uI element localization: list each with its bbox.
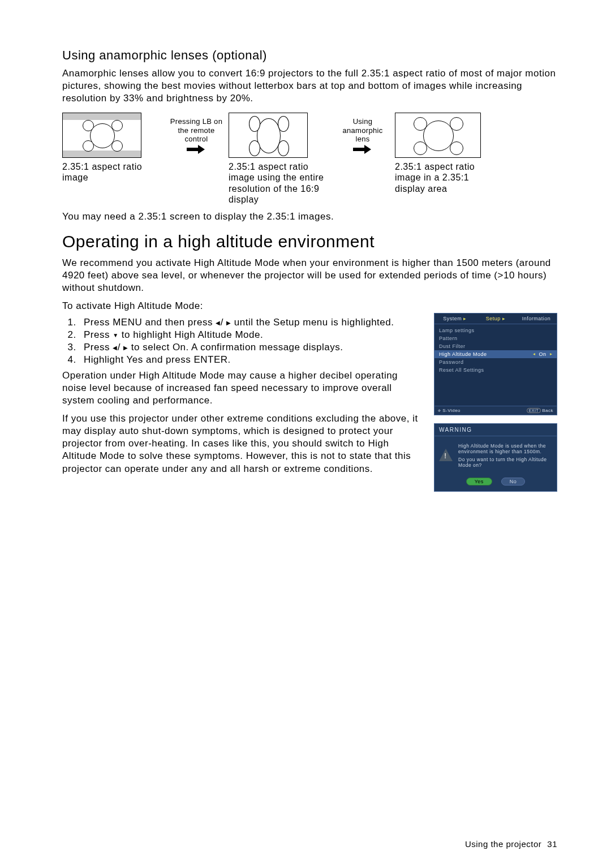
osd-row-lamp: Lamp settings <box>434 326 557 334</box>
diagram-1: 2.35:1 aspect ratio image <box>62 113 164 183</box>
osd-right-arrow-icon: ▸ <box>550 351 553 356</box>
transition1-text: Pressing LB on the remote control <box>169 117 224 144</box>
diagram-3: 2.35:1 aspect ratio image in a 2.35:1 di… <box>395 113 497 194</box>
osd-menu: System ▸ Setup ▸ Information Lamp settin… <box>434 313 557 415</box>
osd-tab-information: Information <box>516 313 557 324</box>
osd-row-password: Password <box>434 358 557 366</box>
transition-2: Using anamorphic lens <box>335 113 390 153</box>
footer-label: Using the projector <box>465 839 541 849</box>
section2-intro: To activate High Altitude Mode: <box>62 300 557 312</box>
transition-1: Pressing LB on the remote control <box>169 113 224 153</box>
transition2-text: Using anamorphic lens <box>335 117 390 144</box>
osd-row-dust: Dust Filter <box>434 342 557 350</box>
osd-row-high-altitude: High Altitude Mode ◂On▸ <box>434 350 557 358</box>
after-note-2: If you use this projector under other ex… <box>62 412 423 475</box>
section1-paragraph: Anamorphic lenses allow you to convert 1… <box>62 67 557 105</box>
aspect-diagram-row: 2.35:1 aspect ratio image Pressing LB on… <box>62 113 557 205</box>
step-2: Press ▼ to highlight High Altitude Mode. <box>79 329 423 341</box>
warning-icon <box>439 449 454 463</box>
osd-footer-back: EXITBack <box>527 408 553 413</box>
page-footer: Using the projector31 <box>465 839 557 849</box>
page-number: 31 <box>547 839 557 849</box>
arrow-icon <box>353 146 372 153</box>
warning-no-button: No <box>501 478 526 485</box>
instruction-list: Press MENU and then press ◀/ ▶ until the… <box>79 316 423 366</box>
osd-tab-setup: Setup ▸ <box>475 313 516 324</box>
aspect-box-169-letterbox <box>62 113 141 158</box>
osd-row-reset: Reset All Settings <box>434 366 557 374</box>
warning-title: WARNING <box>434 424 557 436</box>
right-arrow-icon: ▶ <box>123 344 128 351</box>
aspect-box-235 <box>395 113 481 158</box>
step-3: Press ◀/ ▶ to select On. A confirmation … <box>79 341 423 354</box>
osd-tabs: System ▸ Setup ▸ Information <box>434 313 557 324</box>
diagram1-caption: 2.35:1 aspect ratio image <box>62 161 164 183</box>
section1-heading: Using anamorphic lenses (optional) <box>62 48 557 63</box>
aspect-box-169-full <box>229 113 308 158</box>
section2-paragraph: We recommend you activate High Altitude … <box>62 257 557 294</box>
left-arrow-icon: ◀ <box>216 319 221 326</box>
section2-heading: Operating in a high altitude environment <box>62 232 557 251</box>
step-1: Press MENU and then press ◀/ ▶ until the… <box>79 316 423 329</box>
osd-row-pattern: Pattern <box>434 334 557 342</box>
step-4: Highlight Yes and press ENTER. <box>79 354 423 366</box>
after-note-1: Operation under High Altitude Mode may c… <box>62 369 423 407</box>
osd-footer-source: ⎆ S-Video <box>438 408 461 413</box>
down-arrow-icon: ▼ <box>113 332 118 339</box>
arrow-icon <box>187 146 206 153</box>
diagram2-caption: 2.35:1 aspect ratio image using the enti… <box>229 161 330 205</box>
osd-footer: ⎆ S-Video EXITBack <box>434 406 557 415</box>
osd-left-arrow-icon: ◂ <box>533 351 536 356</box>
warning-dialog: WARNING High Altitude Mode is used when … <box>434 423 557 492</box>
warning-message: High Altitude Mode is used when the envi… <box>458 443 551 469</box>
diagram3-caption: 2.35:1 aspect ratio image in a 2.35:1 di… <box>395 161 497 194</box>
osd-tab-system: System ▸ <box>434 313 475 324</box>
diagram-2: 2.35:1 aspect ratio image using the enti… <box>229 113 330 205</box>
diagram-note: You may need a 2.35:1 screen to display … <box>62 210 557 223</box>
right-arrow-icon: ▶ <box>226 319 231 326</box>
left-arrow-icon: ◀ <box>113 344 118 351</box>
warning-yes-button: Yes <box>466 478 492 485</box>
